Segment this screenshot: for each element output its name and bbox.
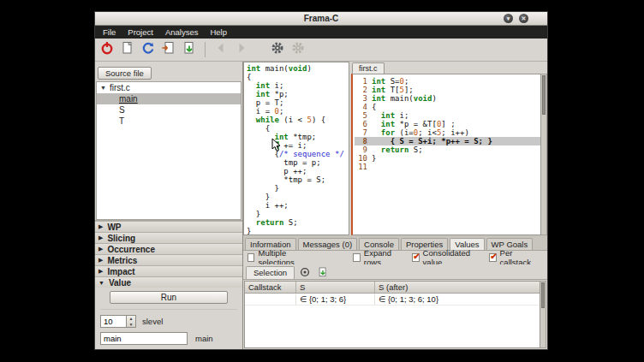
power-icon (99, 40, 115, 59)
reload-icon (140, 40, 156, 59)
code-line[interactable]: 4{ (355, 103, 540, 111)
code-line[interactable]: S += i; (247, 141, 349, 150)
source-scrollbar[interactable] (541, 74, 547, 235)
window-content: Source file ▼ first.c mainST ▶WP▶Slicing… (95, 62, 547, 349)
code-line[interactable]: 9 return S; (355, 145, 540, 154)
section-metrics[interactable]: ▶Metrics (95, 254, 242, 265)
code-line[interactable]: 11 (355, 163, 540, 171)
tree-root-first-c[interactable]: ▼ first.c (97, 82, 241, 93)
scrollbar-thumb[interactable] (541, 282, 545, 308)
checkbox-unchecked-icon[interactable] (247, 253, 254, 262)
window-title: Frama-C (304, 14, 339, 23)
code-line[interactable]: 2int T[5]; (355, 86, 540, 94)
export-values-button[interactable] (315, 265, 331, 279)
section-impact[interactable]: ▶Impact (95, 265, 242, 276)
checkbox-unchecked-icon[interactable] (353, 253, 360, 262)
screenshot-root: { "window": { "title": "Frama-C" }, "men… (0, 0, 644, 362)
scrollbar-thumb[interactable] (542, 75, 546, 115)
code-line[interactable]: {/* sequence */ (247, 150, 349, 158)
line-number: 5 (355, 111, 367, 120)
section-occurrence[interactable]: ▶Occurrence (95, 243, 242, 254)
code-line[interactable]: { (247, 124, 349, 133)
column-header-s-after[interactable]: S (after) (375, 282, 540, 293)
configure-button[interactable] (269, 41, 286, 58)
column-header-s[interactable]: S (296, 282, 375, 293)
original-source-panel: first.c 1int S=0;2int T[5];3int main(voi… (351, 62, 547, 235)
shade-window-icon[interactable]: ▾ (504, 14, 513, 23)
section-slicing[interactable]: ▶Slicing (95, 232, 242, 243)
code-line[interactable]: 3int main(void) (355, 94, 540, 103)
code-line[interactable]: while (i < 5) { (247, 116, 349, 124)
source-tab-first-c[interactable]: first.c (352, 62, 385, 74)
code-line[interactable]: { (247, 73, 349, 81)
menu-file[interactable]: File (97, 26, 122, 39)
values-table: CallstackSS (after) ∈ {0; 1; 3; 6}∈ {0; … (244, 281, 540, 348)
section-value[interactable]: ▼Value (95, 276, 242, 288)
new-button[interactable] (119, 41, 136, 58)
slevel-spinbox[interactable]: ▲▼ (100, 315, 136, 328)
code-line[interactable]: i ++; (247, 201, 349, 210)
expand-icon: ▶ (98, 234, 103, 241)
code-line[interactable]: i = 0; (247, 107, 349, 116)
forward-arrow-icon (234, 40, 249, 59)
menu-analyses[interactable]: Analyses (159, 26, 205, 39)
spin-down-icon[interactable]: ▼ (127, 322, 135, 328)
code-line[interactable]: int i; (247, 81, 349, 90)
table-cell: ∈ {0; 1; 3; 6; 10} (375, 294, 540, 305)
code-line[interactable]: 1int S=0; (355, 77, 540, 86)
run-button[interactable]: Run (110, 291, 228, 304)
selection-tab[interactable]: Selection (246, 266, 295, 279)
code-line[interactable]: 7 for (i=0; i<5; i++) (355, 128, 540, 137)
expander-icon[interactable]: ▼ (100, 82, 106, 93)
code-line[interactable]: } (247, 210, 349, 218)
code-line[interactable]: int *tmp; (247, 133, 349, 141)
reload-button[interactable] (140, 41, 157, 58)
code-line[interactable]: p ++; (247, 167, 349, 175)
line-number: 7 (355, 128, 367, 137)
tree-item-t[interactable]: T (97, 116, 241, 127)
spinner-buttons[interactable]: ▲▼ (126, 316, 135, 327)
code-line[interactable]: 10} (355, 154, 540, 163)
save-button[interactable] (181, 41, 198, 58)
quit-button[interactable] (98, 41, 116, 58)
table-row[interactable]: ∈ {0; 1; 3; 6}∈ {0; 1; 3; 6; 10} (245, 294, 540, 306)
code-line[interactable]: int *p; (247, 90, 349, 98)
line-number: 3 (355, 94, 367, 103)
section-wp[interactable]: ▶WP (95, 221, 242, 232)
menu-help[interactable]: Help (204, 26, 233, 39)
code-line[interactable]: *tmp = S; (247, 175, 349, 184)
source-file-button[interactable]: Source file (98, 67, 152, 80)
source-file-row: Source file (95, 62, 242, 81)
file-tree: ▼ first.c mainST (96, 81, 242, 220)
expand-icon: ▶ (98, 257, 103, 264)
code-line[interactable]: 6 int *p = &T[0] ; (355, 120, 540, 128)
line-number: 1 (355, 77, 367, 86)
code-line[interactable]: p = T; (247, 98, 349, 107)
main-function-input[interactable] (100, 332, 188, 345)
forward-button[interactable] (233, 41, 250, 58)
slevel-input[interactable] (101, 316, 126, 327)
checkbox-checked-icon[interactable] (412, 253, 419, 262)
tree-item-s[interactable]: S (97, 104, 241, 116)
column-header-callstack[interactable]: Callstack (245, 282, 296, 293)
run-button[interactable] (289, 41, 307, 58)
checkbox-checked-icon[interactable] (489, 253, 496, 262)
close-window-icon[interactable]: ✕ (519, 14, 528, 23)
code-line[interactable]: tmp = p; (247, 158, 349, 167)
open-button[interactable] (160, 41, 177, 58)
code-line[interactable]: } (247, 227, 349, 235)
code-line[interactable]: } (247, 193, 349, 201)
code-line[interactable]: return S; (247, 218, 349, 227)
titlebar[interactable]: Frama-C ▾ ✕ (95, 12, 547, 26)
load-session-icon (161, 40, 176, 59)
code-line[interactable]: 5 int i; (355, 111, 540, 120)
values-scrollbar[interactable] (540, 281, 546, 348)
tree-item-main[interactable]: main (97, 93, 241, 104)
code-line[interactable]: 8 { S = S+i; *p++ = S; } (355, 137, 540, 145)
code-line[interactable]: int main(void) (247, 64, 349, 73)
back-button[interactable] (212, 41, 230, 58)
focus-selection-button[interactable] (297, 265, 313, 279)
line-number: 9 (355, 145, 367, 154)
menu-project[interactable]: Project (122, 26, 159, 39)
code-line[interactable]: } (247, 184, 349, 193)
